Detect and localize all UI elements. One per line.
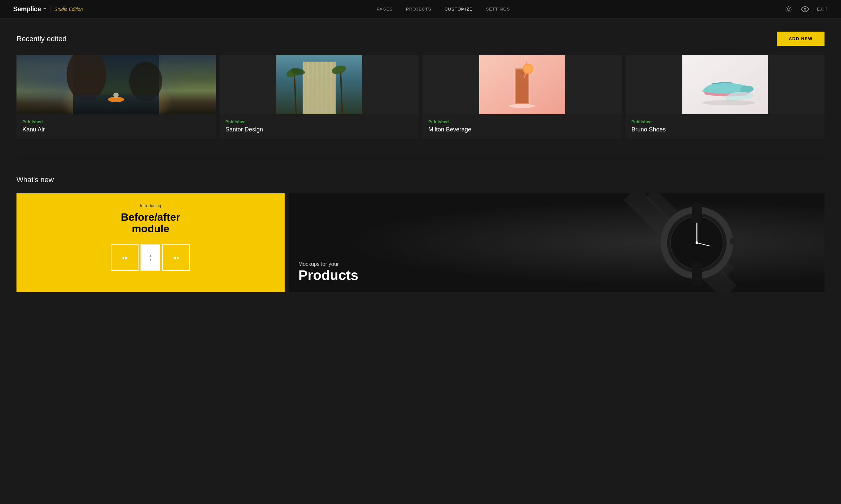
milton-illustration: [423, 55, 622, 114]
navbar-right: EXIT: [784, 5, 828, 14]
brand-logo[interactable]: Semplice™: [13, 5, 46, 13]
portfolio-cards-grid: Published Kanu Air: [17, 55, 824, 139]
svg-rect-20: [313, 61, 316, 114]
card-body-milton: Published Milton Beverage: [423, 114, 622, 139]
nav-pages[interactable]: PAGES: [377, 6, 393, 12]
portfolio-card-bruno[interactable]: Published Bruno Shoes: [625, 55, 825, 139]
nav-settings[interactable]: SETTINGS: [486, 6, 510, 12]
section-header: Recently edited ADD NEW: [17, 32, 824, 46]
card-body-kanu: Published Kanu Air: [17, 114, 216, 139]
whats-new-grid: Introducing Before/after module ◀ ▶ ▲ ▼: [17, 193, 824, 292]
preview-button[interactable]: [800, 5, 810, 14]
ba-arrow-right: ◀ ▶: [173, 256, 179, 259]
navbar: Semplice™ Studio Edition PAGES PROJECTS …: [0, 0, 841, 18]
mockups-card[interactable]: Mockups for your Products: [289, 193, 824, 292]
yellow-card-title: Before/after module: [121, 212, 181, 235]
svg-line-3: [787, 7, 787, 7]
card-body-bruno: Published Bruno Shoes: [625, 114, 825, 139]
whats-new-section: What's new Introducing Before/after modu…: [17, 176, 824, 292]
nav-projects[interactable]: PROJECTS: [406, 6, 431, 12]
portfolio-card-milton[interactable]: Published Milton Beverage: [423, 55, 622, 139]
ba-left-panel: ◀ ▶: [111, 245, 138, 271]
ba-arrow-left: ◀ ▶: [122, 256, 128, 259]
card-title-milton: Milton Beverage: [428, 126, 616, 133]
svg-point-48: [696, 241, 698, 244]
svg-point-15: [114, 93, 119, 98]
card-title-bruno: Bruno Shoes: [632, 126, 819, 133]
svg-rect-43: [692, 203, 702, 223]
card-image-milton: [423, 55, 622, 114]
svg-rect-19: [309, 61, 311, 114]
card-status-santor: Published: [226, 120, 413, 124]
portfolio-card-santor[interactable]: Published Santor Design: [220, 55, 419, 139]
mockups-card-subtitle: Mockups for your: [298, 261, 814, 267]
yellow-card-title-line2: module: [132, 223, 169, 235]
svg-line-4: [790, 11, 791, 11]
yellow-card-title-line1: Before/after: [121, 211, 181, 223]
eye-icon: [801, 6, 809, 12]
card-title-santor: Santor Design: [226, 126, 413, 133]
nav-links: PAGES PROJECTS CUSTOMIZE SETTINGS: [103, 6, 784, 12]
ba-right-panel: ◀ ▶: [162, 245, 190, 271]
yellow-card-intro: Introducing: [140, 203, 161, 208]
ba-middle-panel: ▲ ▼: [140, 245, 160, 271]
ba-arrow-up: ▲: [149, 254, 152, 257]
svg-rect-22: [323, 61, 325, 114]
brand-tm: ™: [43, 7, 46, 11]
main-content: Recently edited ADD NEW: [0, 18, 841, 305]
svg-rect-23: [327, 61, 330, 114]
add-new-button[interactable]: ADD NEW: [777, 32, 824, 46]
brand-divider: [50, 5, 50, 13]
svg-rect-18: [304, 61, 307, 114]
portfolio-card-kanu[interactable]: Published Kanu Air: [17, 55, 216, 139]
brand-edition: Studio Edition: [54, 6, 83, 12]
ba-arrow-down: ▼: [149, 258, 152, 262]
svg-point-0: [787, 7, 790, 10]
before-after-demo: ◀ ▶ ▲ ▼ ◀ ▶: [111, 245, 190, 271]
svg-point-35: [524, 65, 532, 73]
card-status-milton: Published: [428, 120, 616, 124]
santor-illustration: [220, 55, 419, 114]
card-title-kanu: Kanu Air: [22, 126, 210, 133]
exit-button[interactable]: EXIT: [817, 6, 828, 12]
theme-toggle-button[interactable]: [784, 5, 793, 14]
card-status-bruno: Published: [632, 120, 819, 124]
kanu-scene-bg: [17, 55, 216, 114]
kanu-illustration: [17, 55, 216, 114]
svg-rect-45: [730, 238, 735, 245]
recently-edited-section: Recently edited ADD NEW: [17, 32, 824, 139]
bruno-illustration: [625, 55, 825, 114]
nav-customize[interactable]: CUSTOMIZE: [445, 6, 473, 12]
whats-new-title: What's new: [17, 176, 824, 184]
card-body-santor: Published Santor Design: [220, 114, 419, 139]
svg-line-7: [787, 11, 787, 11]
brand-area: Semplice™ Studio Edition: [13, 5, 83, 13]
before-after-card[interactable]: Introducing Before/after module ◀ ▶ ▲ ▼: [17, 193, 285, 292]
ba-arrows-vertical: ▲ ▼: [149, 254, 152, 262]
card-image-kanu: [17, 55, 216, 114]
mockups-card-title: Products: [298, 268, 814, 282]
svg-point-9: [804, 8, 806, 10]
svg-line-8: [790, 7, 791, 7]
recently-edited-title: Recently edited: [17, 35, 67, 43]
brand-name: Semplice: [13, 5, 41, 13]
sun-icon: [785, 6, 792, 13]
svg-point-36: [509, 104, 535, 108]
card-status-kanu: Published: [22, 120, 210, 124]
svg-rect-21: [318, 61, 321, 114]
card-image-santor: [220, 55, 419, 114]
card-image-bruno: [625, 55, 825, 114]
svg-rect-32: [516, 70, 528, 103]
svg-point-38: [702, 100, 755, 105]
